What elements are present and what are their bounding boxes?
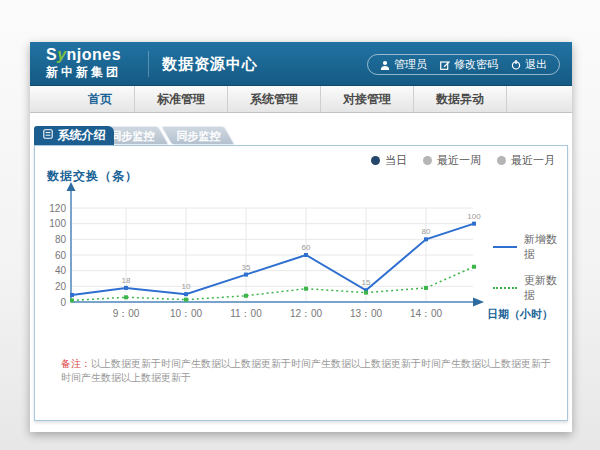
svg-text:10：00: 10：00	[170, 308, 203, 319]
radio-last-week[interactable]: 最近一周	[423, 153, 481, 168]
line-chart: 0204060801001209：0010：0011：0012：0013：001…	[43, 182, 567, 332]
radio-dot-icon	[497, 156, 506, 165]
radio-today[interactable]: 当日	[371, 153, 407, 168]
svg-text:11：00: 11：00	[230, 308, 262, 319]
legend-line-solid-icon	[493, 246, 517, 248]
logo-text-en: Synjones	[46, 46, 121, 64]
legend-item-new-data[interactable]: 新增数据	[493, 232, 567, 262]
user-toolbar: 管理员 修改密码 退出	[367, 54, 560, 75]
note-text: 以上数据更新于时间产生数据以上数据更新于时间产生数据以上数据更新于时间产生数据以…	[61, 358, 551, 383]
header-divider	[148, 51, 149, 77]
chart-legend: 新增数据 更新数据	[493, 232, 567, 303]
svg-text:60: 60	[302, 243, 311, 252]
nav-item-interface-mgmt[interactable]: 对接管理	[321, 86, 414, 112]
note-label: 备注：	[61, 358, 91, 369]
svg-text:100: 100	[49, 218, 66, 229]
svg-text:40: 40	[55, 265, 67, 276]
nav-item-home[interactable]: 首页	[66, 86, 135, 112]
svg-text:9：00: 9：00	[113, 308, 140, 319]
svg-text:80: 80	[55, 234, 67, 245]
svg-text:120: 120	[49, 203, 66, 214]
app-header: Synjones 新中新集团 数据资源中心 管理员 修改密码 退出	[30, 42, 572, 86]
svg-text:14：00: 14：00	[410, 308, 443, 319]
svg-text:20: 20	[55, 281, 67, 292]
main-nav: 首页 标准管理 系统管理 对接管理 数据异动	[30, 86, 572, 113]
power-icon	[511, 60, 521, 70]
edit-icon	[440, 60, 450, 70]
svg-text:15: 15	[362, 278, 371, 287]
company-logo: Synjones 新中新集团	[46, 46, 121, 80]
chart-canvas: 0204060801001209：0010：0011：0012：0013：001…	[43, 182, 567, 332]
radio-last-month[interactable]: 最近一月	[497, 153, 555, 168]
svg-text:100: 100	[467, 212, 481, 221]
chart-panel: 当日 最近一周 最近一月 数据交换（条） 0204060801001209：00…	[34, 145, 568, 421]
svg-text:60: 60	[55, 250, 67, 261]
footer-note: 备注：以上数据更新于时间产生数据以上数据更新于时间产生数据以上数据更新于时间产生…	[61, 357, 551, 385]
time-range-filter: 当日 最近一周 最近一月	[371, 153, 555, 168]
user-icon	[380, 60, 390, 70]
svg-text:13：00: 13：00	[350, 308, 383, 319]
logout-button[interactable]: 退出	[511, 57, 547, 72]
main-window: Synjones 新中新集团 数据资源中心 管理员 修改密码 退出 首页 标准管…	[30, 42, 572, 432]
svg-text:12：00: 12：00	[290, 308, 323, 319]
logo-text-cn: 新中新集团	[46, 64, 121, 80]
current-user-button[interactable]: 管理员	[380, 57, 427, 72]
legend-line-dotted-icon	[493, 287, 517, 289]
svg-text:0: 0	[60, 297, 66, 308]
radio-dot-icon	[371, 156, 380, 165]
svg-text:80: 80	[422, 227, 431, 236]
svg-text:18: 18	[122, 276, 131, 285]
change-password-button[interactable]: 修改密码	[440, 57, 498, 72]
document-icon	[43, 126, 53, 145]
legend-item-updated-data[interactable]: 更新数据	[493, 273, 567, 303]
tab-sync-monitor-2[interactable]: 同步监控	[161, 126, 236, 145]
svg-text:35: 35	[242, 263, 251, 272]
svg-text:10: 10	[182, 282, 191, 291]
nav-item-system-mgmt[interactable]: 系统管理	[228, 86, 321, 112]
svg-text:日期（小时）: 日期（小时）	[487, 308, 553, 321]
radio-dot-icon	[423, 156, 432, 165]
tab-system-intro[interactable]: 系统介绍	[34, 126, 114, 145]
page-title: 数据资源中心	[162, 42, 258, 86]
nav-item-data-change[interactable]: 数据异动	[414, 86, 507, 112]
nav-item-standard-mgmt[interactable]: 标准管理	[135, 86, 228, 112]
